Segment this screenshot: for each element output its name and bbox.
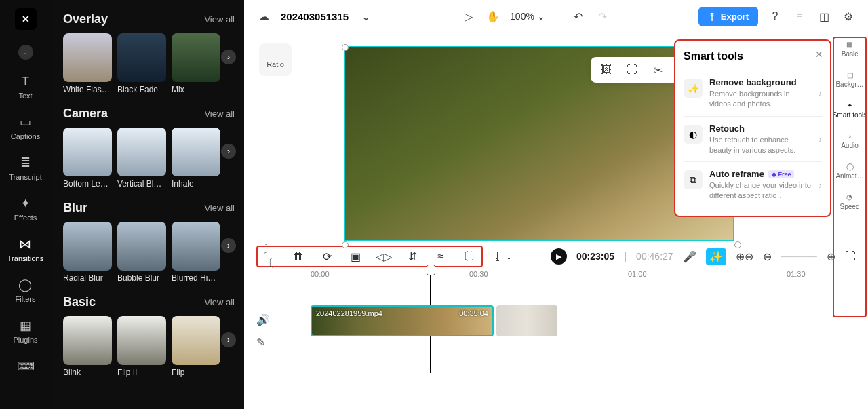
- tool-retouch[interactable]: ◐ Retouch Use retouch to enhance beauty …: [684, 116, 822, 162]
- rr-smart-tools[interactable]: ✦Smart tools: [833, 102, 867, 119]
- zoom-level[interactable]: 100% ⌄: [510, 11, 545, 22]
- hand-tool-icon[interactable]: ✋: [486, 9, 500, 24]
- rail-filters[interactable]: ◯Filters: [16, 277, 36, 303]
- rail-captions[interactable]: ▭Captions: [11, 115, 40, 140]
- transition-thumb[interactable]: [63, 33, 112, 82]
- thumb-label: Blurred Hi…: [172, 273, 220, 283]
- cloud-icon[interactable]: ☁: [256, 9, 271, 24]
- cursor-tool-icon[interactable]: ▷: [461, 9, 476, 24]
- transition-thumb[interactable]: [117, 128, 166, 176]
- rr-audio[interactable]: ♪Audio: [841, 132, 859, 149]
- video-track[interactable]: 202402281959.mp4 00:35:04: [279, 305, 856, 339]
- transition-thumb[interactable]: [172, 33, 220, 82]
- top-bar: ☁ 202403051315 ⌄ ▷ ✋ 100% ⌄ ↶ ↷ ⭱ Export…: [244, 0, 868, 33]
- rr-background[interactable]: ◫Backgr…: [835, 71, 863, 88]
- project-title[interactable]: 202403051315: [281, 11, 349, 22]
- rr-speed[interactable]: ◔Speed: [840, 193, 860, 210]
- ai-tool-icon[interactable]: ✨: [706, 248, 726, 265]
- redo-icon[interactable]: ↷: [595, 9, 610, 24]
- transition-thumb[interactable]: [63, 316, 112, 365]
- row-next-icon[interactable]: ›: [221, 144, 236, 159]
- layers-icon[interactable]: ≡: [792, 9, 807, 24]
- rail-text[interactable]: TText: [18, 75, 32, 100]
- retouch-icon: ◐: [684, 125, 703, 144]
- export-button[interactable]: ⭱ Export: [698, 7, 758, 26]
- rail-effects[interactable]: ✦Effects: [14, 196, 37, 222]
- ruler-tick: 00:30: [469, 270, 488, 278]
- tool-remove-background[interactable]: ✨ Remove background Remove backgrounds i…: [684, 71, 822, 116]
- rail-keyboard[interactable]: ⌨: [17, 359, 35, 374]
- split-icon[interactable]: 〕〔: [263, 250, 277, 263]
- edit-track-icon[interactable]: ✎: [256, 336, 270, 349]
- project-dropdown-icon[interactable]: ⌄: [358, 9, 373, 24]
- thumb-label: Radial Blur: [63, 273, 112, 283]
- transition-thumb[interactable]: [172, 222, 220, 271]
- flip-vertical-icon[interactable]: ⇵: [406, 250, 419, 263]
- mirror-icon[interactable]: ◁▷: [377, 250, 391, 263]
- mic-icon[interactable]: 🎤: [683, 250, 696, 263]
- resize-handle[interactable]: [342, 241, 349, 248]
- chevron-right-icon: ›: [818, 87, 822, 98]
- thumb-label: Bubble Blur: [117, 273, 166, 283]
- app-logo: ✕: [15, 8, 37, 30]
- thumb-label: Mix: [172, 85, 220, 94]
- magnet-icon[interactable]: ⊕⊖: [736, 250, 753, 263]
- transition-thumb[interactable]: [63, 222, 112, 271]
- view-all-basic[interactable]: View all: [204, 297, 235, 307]
- rail-transcript[interactable]: ≣Transcript: [9, 155, 42, 181]
- left-rail: ✕ ︿ TText ▭Captions ≣Transcript ✦Effects…: [0, 0, 51, 409]
- chevron-right-icon: ›: [818, 180, 822, 191]
- thumb-label: Black Fade: [117, 85, 166, 94]
- play-button[interactable]: ▶: [551, 248, 567, 265]
- replace-media-icon[interactable]: 🖼: [599, 62, 614, 77]
- video-clip[interactable]: 202402281959.mp4 00:35:04: [311, 305, 494, 336]
- rail-plugins[interactable]: ▦Plugins: [13, 318, 37, 344]
- transition-thumb[interactable]: [117, 33, 166, 82]
- mute-track-icon[interactable]: 🔊: [256, 313, 270, 326]
- close-icon[interactable]: ✕: [815, 49, 823, 60]
- split-screen-icon[interactable]: 〔〕: [462, 250, 476, 263]
- timeline-ruler[interactable]: 00:00 00:30 01:00 01:30: [256, 270, 856, 286]
- rotate-icon[interactable]: ⟳: [320, 250, 334, 263]
- adjustments-icon[interactable]: ≈: [434, 250, 448, 263]
- view-all-blur[interactable]: View all: [204, 203, 235, 213]
- rail-transitions[interactable]: ⋈Transitions: [7, 237, 43, 262]
- rr-animation[interactable]: ◯Animat…: [835, 163, 863, 180]
- main-content: ☁ 202403051315 ⌄ ▷ ✋ 100% ⌄ ↶ ↷ ⭱ Export…: [244, 0, 868, 409]
- zoom-in-icon[interactable]: ⊕: [827, 250, 835, 263]
- settings-icon[interactable]: ⚙: [841, 9, 856, 24]
- ratio-button[interactable]: ⛶Ratio: [259, 43, 292, 76]
- row-next-icon[interactable]: ›: [221, 332, 236, 347]
- resize-handle[interactable]: [342, 44, 349, 51]
- row-next-icon[interactable]: ›: [221, 50, 236, 64]
- view-all-camera[interactable]: View all: [204, 109, 235, 119]
- crop-icon[interactable]: ✂: [650, 62, 665, 77]
- row-next-icon[interactable]: ›: [221, 238, 236, 253]
- transition-thumb[interactable]: [117, 222, 166, 271]
- transition-thumb[interactable]: [117, 316, 166, 365]
- collapse-up-icon[interactable]: ︿: [18, 45, 33, 60]
- transition-thumb[interactable]: [172, 128, 220, 176]
- rr-basic[interactable]: ▦Basic: [842, 41, 858, 58]
- canvas-area: ⛶Ratio 🖼 ⛶ ✂ ▣ ⋯ Smart tools: [244, 33, 831, 241]
- view-all-overlay[interactable]: View all: [204, 14, 235, 24]
- time-current: 00:23:05: [576, 251, 614, 262]
- resize-handle[interactable]: [734, 241, 741, 248]
- transition-thumb[interactable]: [63, 128, 112, 176]
- video-clip-2[interactable]: [496, 305, 557, 336]
- clip-name: 202402281959.mp4: [316, 309, 382, 317]
- tool-auto-reframe[interactable]: ⧉ Auto reframe ◆ Free Quickly change you…: [684, 161, 822, 208]
- delete-icon[interactable]: 🗑: [292, 250, 305, 263]
- thumb-row-basic: ›: [63, 316, 235, 365]
- time-total: 00:46:27: [636, 251, 673, 262]
- layout-icon[interactable]: ◫: [816, 9, 831, 24]
- fit-timeline-icon[interactable]: ⛶: [845, 250, 856, 262]
- fit-icon[interactable]: ⛶: [625, 62, 639, 77]
- undo-icon[interactable]: ↶: [571, 9, 586, 24]
- zoom-out-icon[interactable]: ⊖: [763, 250, 772, 263]
- download-icon[interactable]: ⭳ ⌄: [492, 250, 511, 262]
- crop-tool-icon[interactable]: ▣: [349, 250, 362, 263]
- transition-thumb[interactable]: [172, 316, 220, 365]
- help-icon[interactable]: ?: [768, 9, 783, 24]
- edit-tools-group: 〕〔 🗑 ⟳ ▣ ◁▷ ⇵ ≈ 〔〕: [256, 246, 483, 267]
